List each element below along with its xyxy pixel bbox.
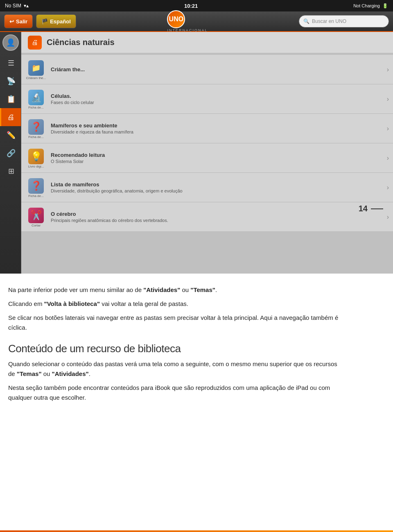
p1-bold1: "Atividades" (143, 286, 180, 293)
page-number: 14 (359, 204, 368, 213)
item-icon-label-5: Ficha de... (28, 195, 43, 198)
item-title-3: Mamíferos e seu ambiente (51, 122, 383, 129)
status-time: 10:21 (184, 3, 198, 9)
p2-end: vai voltar a tela geral de pastas. (100, 300, 188, 307)
status-bar: No SIM ▾▴ 10:21 Not Charging 🔋 (0, 0, 393, 11)
sidebar-item-menu[interactable]: ☰ (0, 54, 21, 72)
item-icon-label-4: Livro digi... (28, 165, 44, 169)
question-icon-5: ❓ (28, 178, 44, 194)
salir-label: Salir (16, 18, 27, 25)
app-header: ↩ Salir 🏴 Español UNO INTERNACIONAL 🔍 Bu… (0, 11, 393, 32)
list-item-icon-5: ❓ Ficha de... (25, 177, 47, 198)
battery-icon: 🔋 (382, 3, 388, 9)
item-title-4: Recomendado leitura (51, 152, 383, 158)
list-item[interactable]: ❓ Ficha de... Mamíferos e seu ambiente D… (21, 114, 393, 143)
content-header: 🖨 Ciências naturais (21, 32, 393, 53)
item-icon-label-3: Ficha de... (28, 136, 43, 139)
list-item-text-4: Recomendado leitura O Sistema Solar (51, 152, 383, 164)
item-icon-label-6: Cortar (32, 224, 41, 228)
flag-icon: 🏴 (41, 18, 48, 25)
p4-bold1: "Temas" (17, 370, 42, 377)
list-item-text-3: Mamíferos e seu ambiente Diversidade e r… (51, 122, 383, 134)
logo-text: UNO (169, 16, 184, 23)
cells-icon: 🔬 (28, 90, 44, 105)
p1-text: Na parte inferior pode ver um menu simil… (8, 286, 143, 293)
wifi-icon: ▾▴ (24, 3, 29, 9)
avatar: 👤 (2, 34, 19, 51)
sidebar: 👤 ☰ 📡 📋 🖨 ✏️ 🔗 ⊞ (0, 32, 21, 274)
chevron-icon-4: › (387, 154, 389, 162)
bulb-icon: 💡 (28, 149, 44, 164)
list-item[interactable]: ✂️ Cortar O cérebro Principais regiões a… (21, 202, 393, 232)
folder-icon: 📁 (28, 60, 44, 76)
sidebar-item-grid[interactable]: ⊞ (0, 162, 21, 180)
page-number-area: 14 (359, 204, 383, 213)
list-container: 📁 Criáram the... Criáram the... › 🔬 Fich… (21, 53, 393, 274)
p1-end: . (215, 286, 217, 293)
content-area: 🖨 Ciências naturais 📁 Criáram the... Cri… (21, 32, 393, 274)
status-right: Not Charging 🔋 (353, 3, 388, 9)
no-sim-label: No SIM (5, 3, 21, 9)
item-icon-label-1: Criáram the... (26, 77, 46, 80)
item-title-6: O cérebro (51, 211, 383, 217)
item-subtitle-3: Diversidade e riqueza da fauna mamífera (51, 129, 383, 134)
item-icon-label-2: Ficha de... (28, 106, 43, 110)
chevron-icon-5: › (387, 184, 389, 191)
list-item-text-6: O cérebro Principais regiões anatômicas … (51, 211, 383, 223)
list-item-icon-2: 🔬 Ficha de... (25, 88, 47, 110)
item-subtitle-2: Fases do ciclo celular (51, 100, 383, 105)
sidebar-item-link[interactable]: 🔗 (0, 144, 21, 162)
p4-end: . (89, 370, 90, 377)
espanol-button[interactable]: 🏴 Español (36, 14, 76, 28)
search-bar[interactable]: 🔍 Buscar en UNO (299, 15, 389, 27)
battery-label: Not Charging (353, 3, 380, 8)
p4-bold2: "Atividades" (52, 370, 89, 377)
paragraph-1: Na parte inferior pode ver um menu simil… (8, 285, 344, 295)
chevron-icon-3: › (387, 125, 389, 132)
chevron-icon-1: › (387, 66, 389, 73)
salir-icon: ↩ (9, 18, 14, 25)
search-placeholder: Buscar en UNO (312, 18, 346, 24)
list-item-text-5: Lista de mamíferos Diversidade, distribu… (51, 181, 383, 193)
paragraph-2: Clicando em "Volta à biblioteca" vai vol… (8, 299, 344, 309)
list-item-icon-6: ✂️ Cortar (25, 206, 47, 228)
list-item[interactable]: 📁 Criáram the... Criáram the... › (21, 55, 393, 84)
sidebar-item-pencil[interactable]: ✏️ (0, 126, 21, 144)
list-item-icon-3: ❓ Ficha de... (25, 118, 47, 139)
p2-start: Clicando em (8, 300, 44, 307)
item-title-2: Células. (51, 93, 383, 99)
chevron-icon-6: › (387, 213, 389, 221)
item-title-1: Criáram the... (51, 66, 383, 72)
logo-circle: UNO (167, 10, 185, 28)
content-header-title: Ciências naturais (47, 38, 115, 47)
sidebar-item-notebook[interactable]: 📋 (0, 90, 21, 108)
content-header-icon: 🖨 (28, 36, 42, 50)
text-content: Na parte inferior pode ver um menu simil… (0, 274, 352, 415)
list-item[interactable]: ❓ Ficha de... Lista de mamíferos Diversi… (21, 173, 393, 202)
p2-bold: "Volta à biblioteca" (44, 300, 100, 307)
sidebar-item-print[interactable]: 🖨 (0, 108, 21, 126)
p1-mid: ou (180, 286, 190, 293)
list-item-text-1: Criáram the... (51, 66, 383, 72)
salir-button[interactable]: ↩ Salir (4, 14, 33, 28)
list-item[interactable]: 🔬 Ficha de... Células. Fases do ciclo ce… (21, 84, 393, 114)
item-subtitle-6: Principais regiões anatômicas do cérebro… (51, 218, 383, 223)
sidebar-item-feed[interactable]: 📡 (0, 72, 21, 90)
item-subtitle-5: Diversidade, distribuição geográfica, an… (51, 188, 383, 193)
paragraph-5: Nesta seção também pode encontrar conteú… (8, 383, 344, 403)
page-line (371, 208, 383, 209)
question-icon-3: ❓ (28, 119, 44, 135)
list-item-text-2: Células. Fases do ciclo celular (51, 93, 383, 105)
paragraph-3: Se clicar nos botões laterais vai navega… (8, 313, 344, 333)
item-title-5: Lista de mamíferos (51, 181, 383, 188)
header-logo: UNO INTERNACIONAL (79, 10, 296, 32)
list-item[interactable]: 💡 Livro digi... Recomendado leitura O Si… (21, 143, 393, 173)
section-heading: Conteúdo de um recurso de biblioteca (8, 342, 344, 355)
main-layout: 👤 ☰ 📡 📋 🖨 ✏️ 🔗 ⊞ 🖨 Ciências naturais 📁 C… (0, 32, 393, 274)
p4-mid: ou (42, 370, 52, 377)
search-icon: 🔍 (303, 18, 309, 24)
p1-bold2: "Temas" (190, 286, 215, 293)
espanol-label: Español (50, 18, 71, 25)
bottom-border (0, 530, 393, 532)
item-subtitle-4: O Sistema Solar (51, 159, 383, 164)
